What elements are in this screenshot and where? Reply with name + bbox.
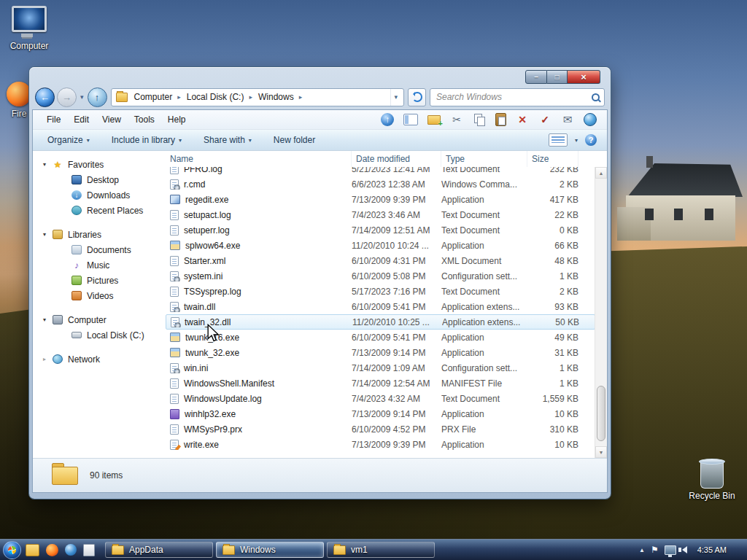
paste-icon[interactable] <box>495 113 506 126</box>
file-row[interactable]: twain.dll 6/10/2009 5:41 PM Application … <box>166 299 595 314</box>
app-icon[interactable] <box>83 544 95 556</box>
copy-icon[interactable] <box>473 113 486 126</box>
sidebar-item[interactable]: Recent Places <box>33 203 166 218</box>
up-icon[interactable] <box>88 88 107 107</box>
maximize-button[interactable] <box>547 70 568 84</box>
explorer-icon[interactable] <box>26 544 39 556</box>
expand-collapse-icon[interactable] <box>43 356 53 362</box>
file-row[interactable]: setuperr.log 7/14/2009 12:51 AM Text Doc… <box>166 222 595 238</box>
views-icon[interactable] <box>549 133 568 147</box>
back-icon[interactable] <box>35 88 55 107</box>
sidebar-item[interactable]: Computer <box>33 312 166 327</box>
hidden-icons-icon[interactable] <box>639 547 645 553</box>
file-row[interactable]: Starter.xml 6/10/2009 4:31 PM XML Docume… <box>166 253 595 268</box>
expand-collapse-icon[interactable] <box>43 316 53 323</box>
file-row[interactable]: setupact.log 7/4/2023 3:46 AM Text Docum… <box>166 207 595 222</box>
browser-icon[interactable] <box>65 544 77 556</box>
navigation-bar: ComputerLocal Disk (C:)Windows <box>32 85 608 109</box>
scrollbar-thumb[interactable] <box>597 386 605 441</box>
refresh-icon[interactable] <box>408 88 426 106</box>
up-toolbar-icon[interactable] <box>381 113 394 126</box>
file-row[interactable]: twunk_16.exe 6/10/2009 5:41 PM Applicati… <box>166 330 595 345</box>
expand-collapse-icon[interactable] <box>43 231 53 238</box>
menu-item[interactable]: Edit <box>67 110 96 129</box>
column-header-name[interactable]: Name <box>166 151 352 167</box>
sidebar-item[interactable]: Music <box>33 257 166 273</box>
reading-pane-icon[interactable] <box>403 114 418 125</box>
file-row[interactable]: winhlp32.exe 7/13/2009 9:14 PM Applicati… <box>166 406 595 421</box>
menu-item[interactable]: File <box>40 110 67 129</box>
vertical-scrollbar[interactable] <box>595 167 607 458</box>
menu-item[interactable]: Help <box>161 110 193 129</box>
forward-icon[interactable] <box>57 88 77 107</box>
file-row[interactable]: system.ini 6/10/2009 5:08 PM Configurati… <box>166 268 595 284</box>
sidebar-item-label: Network <box>68 354 100 365</box>
cut-icon[interactable] <box>450 113 463 126</box>
column-header-size[interactable]: Size <box>527 151 578 167</box>
volume-icon[interactable] <box>682 546 687 553</box>
close-button[interactable] <box>568 70 600 84</box>
file-row[interactable]: write.exe 7/13/2009 9:39 PM Application … <box>166 437 595 452</box>
desktop-icon-label: Computer <box>3 41 55 51</box>
desktop-icon-recycle-bin[interactable]: Recycle Bin <box>686 461 738 501</box>
mail-icon[interactable] <box>561 113 574 126</box>
breadcrumb-segment[interactable]: Local Disk (C:) <box>184 89 255 106</box>
file-row[interactable]: WindowsShell.Manifest 7/14/2009 12:54 AM… <box>166 376 595 391</box>
breadcrumb-segment[interactable]: Computer <box>131 89 184 106</box>
menu-item[interactable]: View <box>96 110 128 129</box>
file-row[interactable]: r.cmd 6/6/2023 12:38 AM Windows Comma...… <box>166 176 595 192</box>
address-dropdown-icon[interactable] <box>390 89 400 106</box>
new-folder-button[interactable]: New folder <box>274 135 315 145</box>
breadcrumb[interactable]: ComputerLocal Disk (C:)Windows <box>111 88 404 106</box>
file-row[interactable]: regedit.exe 7/13/2009 9:39 PM Applicatio… <box>166 192 595 207</box>
views-dropdown-icon[interactable] <box>575 137 578 144</box>
network-icon[interactable] <box>665 545 676 555</box>
sidebar-item[interactable]: Documents <box>33 242 166 257</box>
file-row[interactable]: TSSysprep.log 5/17/2023 7:16 PM Text Doc… <box>166 284 595 299</box>
sidebar-item[interactable]: Desktop <box>33 172 166 187</box>
include-in-library-button[interactable]: Include in library <box>112 135 182 145</box>
title-bar[interactable] <box>32 67 608 85</box>
delete-icon[interactable] <box>516 113 529 126</box>
sidebar-item[interactable]: Favorites <box>33 157 166 172</box>
column-header-date-modified[interactable]: Date modified <box>352 151 441 167</box>
menu-item[interactable]: Tools <box>128 110 161 129</box>
search-box[interactable] <box>430 88 605 106</box>
sidebar-item[interactable]: Downloads <box>33 187 166 203</box>
search-input[interactable] <box>435 91 592 103</box>
file-row[interactable]: win.ini 7/14/2009 1:09 AM Configuration … <box>166 360 595 376</box>
sidebar-item[interactable]: Local Disk (C:) <box>33 327 166 343</box>
sidebar-item[interactable]: Pictures <box>33 273 166 288</box>
file-row[interactable]: splwow64.exe 11/20/2010 10:24 ... Applic… <box>166 238 595 253</box>
share-with-button[interactable]: Share with <box>204 135 252 145</box>
apply-icon[interactable] <box>538 113 551 126</box>
breadcrumb-segment[interactable]: Windows <box>255 89 305 106</box>
start-icon[interactable] <box>3 541 21 559</box>
column-header-type[interactable]: Type <box>441 151 527 167</box>
minimize-button[interactable] <box>525 70 547 84</box>
taskbar-button[interactable]: vm1 <box>327 542 435 558</box>
file-row[interactable]: WindowsUpdate.log 7/4/2023 4:32 AM Text … <box>166 391 595 406</box>
recent-pages-chevron-icon[interactable] <box>80 93 84 101</box>
sidebar-item[interactable]: Libraries <box>33 227 166 242</box>
desktop-icon-computer[interactable]: Computer <box>3 6 55 51</box>
sidebar-item[interactable]: Network <box>33 351 166 367</box>
file-row[interactable]: WMSysPr9.prx 6/10/2009 4:52 PM PRX File … <box>166 421 595 437</box>
new-item-icon[interactable] <box>427 115 441 125</box>
taskbar-button[interactable]: AppData <box>105 542 213 558</box>
file-row[interactable]: twain_32.dll 11/20/2010 10:25 ... Applic… <box>166 314 595 330</box>
file-row[interactable]: PFRO.log 5/21/2023 12:41 AM Text Documen… <box>166 167 595 176</box>
clock[interactable]: 4:35 AM <box>697 545 727 554</box>
firefox-icon[interactable] <box>46 544 58 556</box>
file-row[interactable]: twunk_32.exe 7/13/2009 9:14 PM Applicati… <box>166 345 595 360</box>
scroll-down-icon[interactable] <box>595 446 607 458</box>
scroll-up-icon[interactable] <box>595 167 607 179</box>
file-date-modified: 7/14/2009 12:51 AM <box>352 225 441 236</box>
action-center-icon[interactable] <box>651 545 659 555</box>
internet-icon[interactable] <box>584 113 597 126</box>
sidebar-item[interactable]: Videos <box>33 288 166 303</box>
help-icon[interactable] <box>585 134 597 146</box>
expand-collapse-icon[interactable] <box>43 161 53 168</box>
organize-button[interactable]: Organize <box>47 135 90 145</box>
taskbar-button[interactable]: Windows <box>216 542 324 558</box>
